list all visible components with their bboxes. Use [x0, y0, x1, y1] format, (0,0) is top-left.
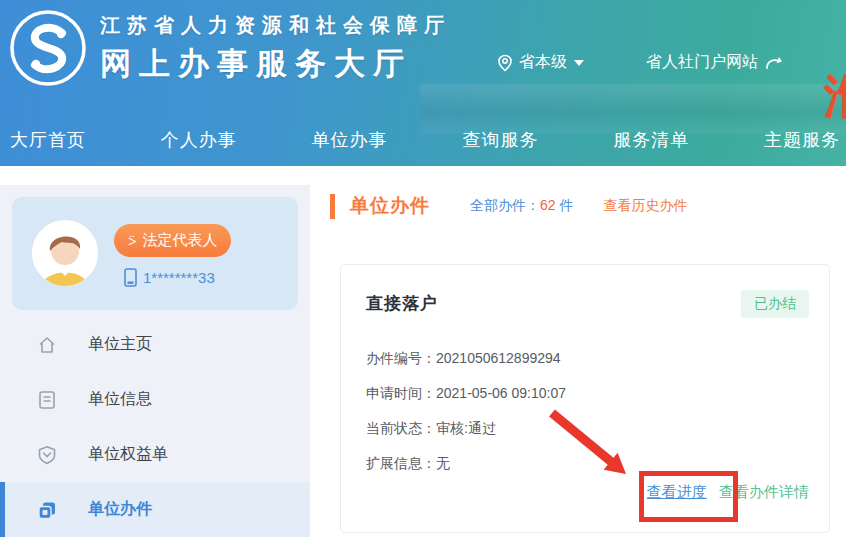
stats-label: 全部办件：: [470, 197, 540, 213]
field-label: 当前状态：: [366, 420, 436, 436]
sidebar-item-unit-cases[interactable]: 单位办件: [0, 482, 310, 537]
current-status-row: 当前状态：审核:通过: [366, 411, 566, 446]
nav-item-theme[interactable]: 主题服务: [764, 128, 840, 152]
section-header: 单位办件 全部办件：62 件 查看历史办件: [330, 193, 687, 219]
site-titles: 江苏省人力资源和社会保障厅 网上办事服务大厅: [100, 12, 451, 85]
avatar: [32, 220, 98, 286]
home-icon: [36, 334, 58, 356]
case-number-row: 办件编号：2021050612899294: [366, 341, 566, 376]
region-selector[interactable]: 省本级: [497, 52, 584, 73]
page: 江苏省人力资源和社会保障厅 网上办事服务大厅 省本级 省人社门户网站: [0, 0, 846, 544]
sidebar-item-label: 单位主页: [88, 334, 152, 355]
case-fields: 办件编号：2021050612899294 申请时间：2021-05-06 09…: [366, 341, 566, 481]
edge-watermark-text: 淮: [824, 66, 846, 128]
field-value: 审核:通过: [436, 420, 496, 436]
case-title: 直接落户: [366, 292, 438, 315]
external-link-icon: [765, 55, 785, 71]
field-value: 2021-05-06 09:10:07: [436, 385, 566, 401]
legal-representative-badge: ⍩ 法定代表人: [114, 224, 231, 257]
sidebar-item-unit-home[interactable]: 单位主页: [0, 317, 310, 372]
masked-phone-number: 1********33: [143, 269, 215, 286]
org-name: 江苏省人力资源和社会保障厅: [100, 12, 451, 39]
nav-item-unit[interactable]: 单位办事: [312, 128, 388, 152]
header-branding: 江苏省人力资源和社会保障厅 网上办事服务大厅: [12, 8, 451, 88]
sidebar: ⍩ 法定代表人 1********33 单位主页: [0, 185, 310, 532]
institution-icon: ⍩: [128, 232, 136, 249]
jiangsu-hrss-logo: [8, 8, 88, 88]
location-pin-icon: [497, 54, 513, 72]
portal-site-link[interactable]: 省人社门户网站: [646, 52, 785, 73]
stats-unit: 件: [556, 197, 574, 213]
hall-name: 网上办事服务大厅: [100, 43, 451, 85]
sidebar-item-unit-rights[interactable]: 单位权益单: [0, 427, 310, 482]
field-value: 2021050612899294: [436, 350, 561, 366]
sidebar-item-unit-info[interactable]: 单位信息: [0, 372, 310, 427]
section-title: 单位办件: [350, 193, 430, 219]
portal-label: 省人社门户网站: [646, 52, 758, 73]
region-label: 省本级: [519, 52, 567, 73]
field-value: 无: [436, 455, 450, 471]
nav-item-query[interactable]: 查询服务: [462, 128, 538, 152]
nav-item-home[interactable]: 大厅首页: [10, 128, 86, 152]
extra-info-row: 扩展信息：无: [366, 446, 566, 481]
annotation-arrow: [546, 408, 636, 483]
nav-item-service-list[interactable]: 服务清单: [613, 128, 689, 152]
status-badge: 已办结: [741, 290, 809, 318]
caret-down-icon: [574, 60, 584, 66]
copy-icon: [36, 499, 58, 521]
sidebar-menu: 单位主页 单位信息 单: [0, 317, 310, 537]
stats-count: 62: [540, 197, 556, 213]
phone-icon: [124, 268, 137, 287]
field-label: 申请时间：: [366, 385, 436, 401]
header-banner: 江苏省人力资源和社会保障厅 网上办事服务大厅 省本级 省人社门户网站: [0, 0, 846, 166]
phone-row: 1********33: [124, 268, 215, 287]
section-accent-bar: [330, 194, 335, 219]
field-label: 办件编号：: [366, 350, 436, 366]
sidebar-item-label: 单位信息: [88, 389, 152, 410]
field-label: 扩展信息：: [366, 455, 436, 471]
legal-badge-label: 法定代表人: [142, 231, 217, 250]
sidebar-item-label: 单位权益单: [88, 444, 168, 465]
case-card: 直接落户 已办结 办件编号：2021050612899294 申请时间：2021…: [340, 264, 830, 533]
user-card: ⍩ 法定代表人 1********33: [12, 197, 298, 310]
history-cases-link[interactable]: 查看历史办件: [603, 197, 687, 215]
main-nav: 大厅首页 个人办事 单位办事 查询服务 服务清单 主题服务: [0, 120, 846, 166]
apply-time-row: 申请时间：2021-05-06 09:10:07: [366, 376, 566, 411]
header-controls: 省本级 省人社门户网站: [497, 52, 785, 73]
nav-item-personal[interactable]: 个人办事: [161, 128, 237, 152]
annotation-rect: [639, 471, 738, 522]
sidebar-item-label: 单位办件: [88, 499, 152, 520]
total-cases-stat: 全部办件：62 件: [470, 197, 573, 215]
shield-icon: [36, 444, 58, 466]
document-icon: [36, 389, 58, 411]
